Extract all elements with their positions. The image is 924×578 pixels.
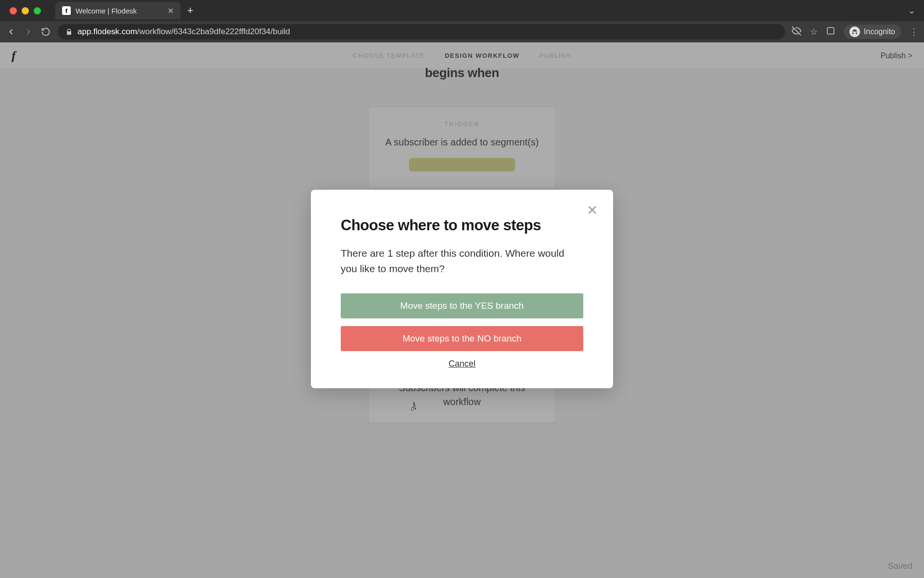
window-close-icon[interactable] <box>10 7 17 14</box>
star-icon[interactable]: ☆ <box>810 26 818 37</box>
tab-close-icon[interactable]: ✕ <box>167 6 174 15</box>
window-controls <box>4 7 47 14</box>
extensions-icon[interactable] <box>826 26 835 38</box>
browser-tab[interactable]: f Welcome | Flodesk ✕ <box>55 2 180 19</box>
close-icon[interactable]: ✕ <box>585 203 599 217</box>
modal-body: There are 1 step after this condition. W… <box>341 246 583 276</box>
reload-button[interactable] <box>40 26 51 37</box>
url-domain: app.flodesk.com <box>77 27 137 36</box>
url-input[interactable]: app.flodesk.com/workflow/6343c2ba9dfe222… <box>58 24 785 39</box>
move-no-branch-button[interactable]: Move steps to the NO branch <box>341 326 583 351</box>
forward-button[interactable] <box>23 26 34 37</box>
modal-title: Choose where to move steps <box>341 217 583 234</box>
browser-tab-bar: f Welcome | Flodesk ✕ + ⌄ <box>0 0 924 21</box>
tab-title: Welcome | Flodesk <box>76 7 163 15</box>
lock-icon <box>65 28 73 36</box>
tab-favicon-icon: f <box>62 6 71 15</box>
window-zoom-icon[interactable] <box>34 7 41 14</box>
back-button[interactable] <box>6 26 16 37</box>
modal-overlay[interactable]: ✕ Choose where to move steps There are 1… <box>0 42 924 578</box>
cancel-button[interactable]: Cancel <box>341 359 583 369</box>
move-steps-modal: ✕ Choose where to move steps There are 1… <box>311 190 613 388</box>
tab-overflow-icon[interactable]: ⌄ <box>908 5 920 16</box>
incognito-badge[interactable]: Incognito <box>844 25 901 39</box>
move-yes-branch-button[interactable]: Move steps to the YES branch <box>341 293 583 318</box>
incognito-label: Incognito <box>864 27 895 36</box>
window-minimize-icon[interactable] <box>22 7 29 14</box>
svg-rect-0 <box>827 27 834 34</box>
browser-menu-icon[interactable]: ⋮ <box>910 26 918 37</box>
url-path: /workflow/6343c2ba9dfe222fffd20f34/build <box>137 27 290 36</box>
eye-off-icon[interactable] <box>792 26 801 38</box>
incognito-icon <box>849 26 860 37</box>
browser-address-bar: app.flodesk.com/workflow/6343c2ba9dfe222… <box>0 21 924 42</box>
new-tab-button[interactable]: + <box>187 4 193 17</box>
